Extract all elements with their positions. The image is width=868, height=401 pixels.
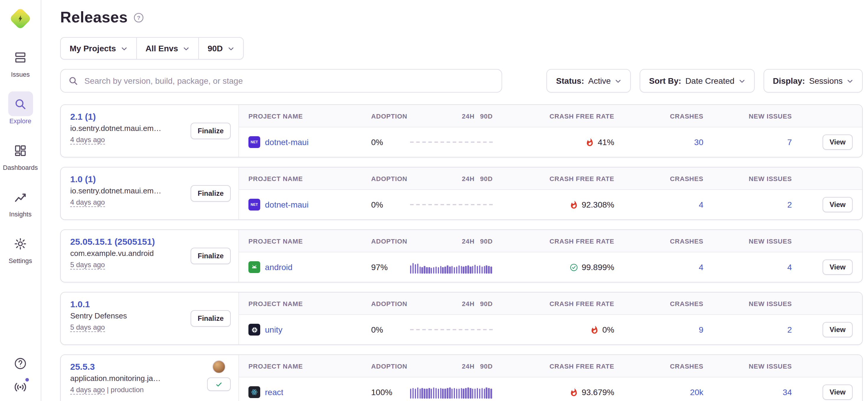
column-header-new-issues: NEW ISSUES bbox=[703, 237, 792, 244]
column-header-crashes: CRASHES bbox=[614, 237, 703, 244]
insights-icon bbox=[8, 185, 33, 209]
release-table: PROJECT NAME ADOPTION 24H 90D CRASH FREE… bbox=[239, 167, 862, 220]
view-button[interactable]: View bbox=[823, 322, 852, 337]
sidebar-item-insights[interactable]: Insights bbox=[1, 185, 40, 218]
project-link[interactable]: react bbox=[265, 388, 283, 397]
search-icon bbox=[8, 91, 33, 116]
column-header-crashes: CRASHES bbox=[614, 175, 703, 182]
help-circle-icon[interactable]: ? bbox=[134, 12, 144, 23]
crashes-link[interactable]: 4 bbox=[699, 262, 703, 272]
project-filter[interactable]: My Projects bbox=[61, 38, 136, 59]
column-header-crash-free: CRASH FREE RATE bbox=[493, 362, 614, 369]
org-logo[interactable] bbox=[9, 7, 32, 30]
dotnet-icon: NET bbox=[248, 136, 260, 148]
status-dropdown[interactable]: Status: Active bbox=[547, 69, 631, 93]
crash-free-value: 92.308% bbox=[582, 200, 614, 209]
new-issues-link[interactable]: 7 bbox=[787, 137, 792, 147]
svg-text:?: ? bbox=[137, 14, 141, 21]
column-header-chart: 24H 90D bbox=[410, 175, 493, 182]
chevron-down-icon bbox=[121, 45, 127, 52]
sidebar-item-label: Issues bbox=[11, 71, 30, 78]
new-issues-link[interactable]: 34 bbox=[783, 388, 792, 397]
chevron-down-icon bbox=[847, 77, 853, 84]
sort-by-value: Date Created bbox=[685, 76, 735, 86]
project-link[interactable]: android bbox=[265, 262, 292, 272]
view-button[interactable]: View bbox=[823, 385, 852, 400]
release-version-link[interactable]: 25.5.3 bbox=[70, 361, 95, 372]
sessions-sparkline bbox=[410, 323, 493, 336]
adoption-value: 0% bbox=[371, 325, 410, 334]
finalized-check-button[interactable] bbox=[207, 377, 231, 391]
sort-by-label: Sort By: bbox=[649, 76, 681, 86]
project-link[interactable]: dotnet-maui bbox=[265, 200, 309, 209]
crashes-link[interactable]: 9 bbox=[699, 325, 703, 334]
sidebar-item-issues[interactable]: Issues bbox=[1, 45, 40, 78]
release-environment: production bbox=[111, 386, 144, 394]
table-header-row: PROJECT NAME ADOPTION 24H 90D CRASH FREE… bbox=[239, 167, 862, 190]
date-range-filter-label: 90D bbox=[208, 44, 223, 53]
whats-new-button[interactable] bbox=[12, 378, 29, 395]
column-header-crash-free: CRASH FREE RATE bbox=[493, 175, 614, 182]
crash-free-value: 0% bbox=[602, 325, 614, 334]
sessions-sparkline bbox=[410, 198, 493, 211]
new-issues-link[interactable]: 4 bbox=[787, 262, 792, 272]
project-link[interactable]: dotnet-maui bbox=[265, 137, 309, 147]
check-icon bbox=[215, 381, 222, 388]
sidebar-item-explore[interactable]: Explore bbox=[1, 91, 40, 125]
column-header-crash-free: CRASH FREE RATE bbox=[493, 237, 614, 244]
help-button[interactable] bbox=[12, 355, 29, 371]
release-version-link[interactable]: 1.0 (1) bbox=[70, 173, 96, 185]
column-header-new-issues: NEW ISSUES bbox=[703, 175, 792, 182]
environment-filter[interactable]: All Envs bbox=[136, 38, 198, 59]
finalize-button[interactable]: Finalize bbox=[191, 185, 231, 202]
sidebar-bottom bbox=[12, 355, 29, 395]
release-version-link[interactable]: 1.0.1 bbox=[70, 298, 90, 310]
unity-icon bbox=[248, 324, 260, 336]
column-header-adoption: ADOPTION bbox=[371, 112, 410, 120]
issues-icon bbox=[8, 45, 33, 70]
sidebar-item-label: Explore bbox=[9, 118, 32, 125]
finalize-button[interactable]: Finalize bbox=[191, 248, 231, 264]
search-box[interactable] bbox=[60, 69, 502, 93]
notification-dot bbox=[25, 377, 29, 382]
column-header-crash-free: CRASH FREE RATE bbox=[493, 112, 614, 120]
project-link[interactable]: unity bbox=[265, 325, 282, 334]
sessions-sparkline bbox=[410, 386, 493, 399]
column-header-project: PROJECT NAME bbox=[248, 362, 371, 369]
adoption-value: 97% bbox=[371, 262, 410, 272]
view-button[interactable]: View bbox=[823, 197, 852, 212]
column-header-chart: 24H 90D bbox=[410, 300, 493, 307]
column-header-new-issues: NEW ISSUES bbox=[703, 300, 792, 307]
release-version-link[interactable]: 25.05.15.1 (2505151) bbox=[70, 236, 155, 247]
crashes-link[interactable]: 30 bbox=[694, 137, 703, 147]
release-version-link[interactable]: 2.1 (1) bbox=[70, 111, 96, 122]
dotnet-icon: NET bbox=[248, 199, 260, 210]
column-header-adoption: ADOPTION bbox=[371, 362, 410, 369]
toolbar: Status: Active Sort By: Date Created Dis… bbox=[60, 69, 863, 93]
sessions-sparkline bbox=[410, 136, 493, 148]
view-button[interactable]: View bbox=[823, 260, 852, 275]
display-dropdown[interactable]: Display: Sessions bbox=[763, 69, 863, 93]
release-package: io.sentry.dotnet.maui.em… bbox=[70, 123, 185, 133]
release-package: application.monitoring.ja… bbox=[70, 373, 185, 383]
sidebar-item-settings[interactable]: Settings bbox=[1, 231, 40, 265]
table-header-row: PROJECT NAME ADOPTION 24H 90D CRASH FREE… bbox=[239, 293, 862, 315]
search-input[interactable] bbox=[83, 75, 494, 86]
gear-icon bbox=[8, 231, 33, 256]
dashboards-icon bbox=[8, 138, 33, 163]
column-header-new-issues: NEW ISSUES bbox=[703, 112, 792, 120]
sidebar-item-dashboards[interactable]: Dashboards bbox=[1, 138, 40, 172]
crashes-link[interactable]: 4 bbox=[699, 200, 703, 209]
fire-icon bbox=[590, 325, 599, 334]
user-avatar bbox=[212, 360, 225, 373]
view-button[interactable]: View bbox=[823, 134, 852, 150]
crashes-link[interactable]: 20k bbox=[690, 388, 703, 397]
release-card: 1.0.1 Sentry Defenses 5 days ago Finaliz… bbox=[60, 292, 863, 345]
date-range-filter[interactable]: 90D bbox=[198, 38, 243, 59]
sort-by-dropdown[interactable]: Sort By: Date Created bbox=[640, 69, 754, 93]
new-issues-link[interactable]: 2 bbox=[787, 325, 792, 334]
finalize-button[interactable]: Finalize bbox=[191, 310, 231, 327]
release-package: com.example.vu.android bbox=[70, 248, 185, 258]
new-issues-link[interactable]: 2 bbox=[787, 200, 792, 209]
finalize-button[interactable]: Finalize bbox=[191, 123, 231, 139]
